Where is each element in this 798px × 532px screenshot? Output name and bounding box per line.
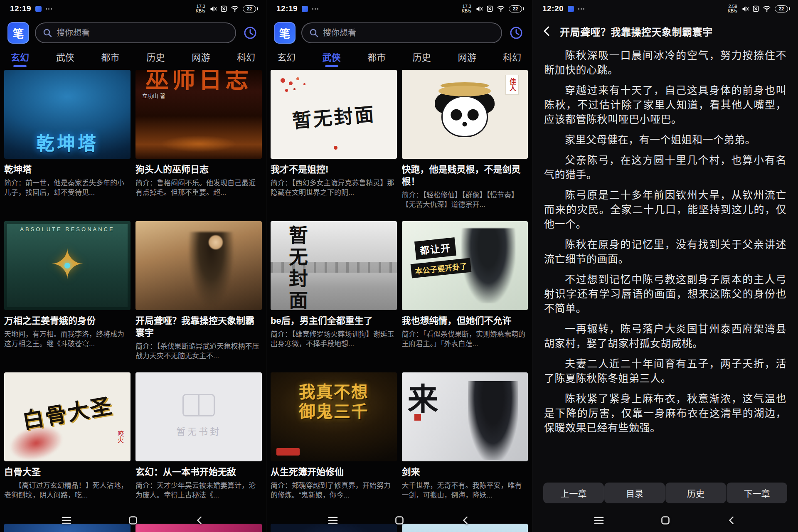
category-tab-label: 玄幻 [11, 50, 29, 63]
book-card[interactable]: ABSOLUTE RESONANCE 万相之王姜青娥的身份 天地间，有万相。而我… [4, 221, 131, 372]
active-tab-underline [370, 65, 383, 67]
book-card[interactable]: 佳人 快跑，他是贱灵根，不是剑灵根！ 简介：【轻松修仙】【群像】【慢节奏】【无苦… [402, 70, 528, 221]
book-intro: 简介：【西幻多女主诡异克苏鲁精灵】那隐藏在文明世界之下的阴... [271, 178, 397, 197]
book-intro: 简介：【杀伐果断诡异武道天象权柄不压战力天灾不无脑无女主不... [135, 342, 262, 361]
prev-chapter-button[interactable]: 上一章 [543, 483, 604, 503]
three-phone-screens: 12:19 17.3 KB/s 22 笔 [0, 0, 798, 532]
history-button[interactable] [508, 25, 525, 40]
history-button[interactable]: 历史 [665, 483, 726, 503]
book-cover: 巫师日志 立功山 著 [135, 70, 262, 159]
category-tab[interactable]: 武侠 [323, 50, 341, 67]
home-icon[interactable] [394, 515, 404, 527]
book-cover [135, 221, 262, 310]
category-tab[interactable]: 网游 [192, 50, 210, 67]
active-tab-underline [505, 65, 519, 67]
app-logo[interactable]: 笔 [274, 22, 296, 44]
category-tab-label: 武侠 [323, 50, 341, 63]
book-cover: 暂无书封 [135, 372, 262, 461]
reader-header: 开局聋哑？我靠操控天象制霸寰宇 [532, 17, 798, 45]
category-tab[interactable]: 玄幻 [11, 50, 29, 67]
clock-time: 12:19 [276, 4, 298, 13]
back-icon[interactable] [461, 516, 470, 527]
chapter-paragraph: 不过想到记忆中陈弓教这副身子原本的主人弓射识字还有学习唇语的画面，想来这陈父的身… [544, 272, 786, 316]
book-intro: 【高订过万玄幻精品！】死人沾地，老狗刨坟，阴人问路，吃... [4, 481, 131, 500]
app-header: 笔 [0, 17, 266, 47]
category-tab-label: 都市 [101, 50, 120, 63]
back-icon[interactable] [727, 516, 736, 527]
home-icon[interactable] [660, 515, 670, 527]
cover-subtext: 立功山 著 [142, 91, 165, 99]
book-title: 从生死簿开始修仙 [271, 466, 397, 478]
notification-app-icon [568, 6, 574, 12]
notification-app-icon [35, 6, 42, 12]
no-sim-icon [487, 5, 493, 12]
category-tab[interactable]: 武侠 [56, 50, 74, 67]
category-tabs: 玄幻 武侠 都市 历史 网游 科幻 [266, 47, 532, 67]
more-notifications-icon [312, 8, 313, 10]
category-tab[interactable]: 科幻 [503, 50, 521, 67]
search-input[interactable] [57, 28, 229, 38]
back-icon[interactable] [195, 516, 204, 527]
active-tab-underline [149, 65, 162, 67]
book-title: 我也想纯情，但她们不允许 [402, 315, 528, 327]
search-bar[interactable] [301, 22, 502, 43]
book-card[interactable]: 开局聋哑？我靠操控天象制霸寰宇 简介：【杀伐果断诡异武道天象权柄不压战力天灾不无… [135, 221, 262, 372]
history-button[interactable] [242, 25, 259, 40]
category-tab[interactable]: 网游 [458, 50, 476, 67]
chapter-paragraph: 家里父母健在，有一个姐姐和一个弟弟。 [544, 133, 786, 147]
status-bar: 12:19 17.3 KB/s 22 [266, 0, 532, 17]
toc-button[interactable]: 目录 [604, 483, 665, 503]
category-tab-label: 历史 [146, 50, 165, 63]
status-bar: 12:19 17.3 KB/s 22 [0, 0, 266, 17]
book-intro: 简介：【雄竞修罗场火葬场训狗】谢延玉出身寒微，不择手段地想... [271, 330, 397, 349]
book-card[interactable]: 巫师日志 立功山 著 狗头人的巫师日志 简介：鲁格闷闷不乐。他发现自己最近有点掉… [135, 70, 262, 221]
book-cover: 乾坤塔 [4, 70, 131, 159]
category-tab[interactable]: 科幻 [237, 50, 255, 67]
wifi-icon [763, 5, 771, 12]
book-card[interactable]: 暂无书封 玄幻：从一本书开始无敌 简介：天才少年吴云被未婚妻算计，沦为废人。幸得… [135, 372, 262, 524]
back-chevron-icon[interactable] [542, 26, 552, 37]
search-input[interactable] [323, 28, 495, 38]
category-tab[interactable]: 都市 [101, 50, 120, 67]
recents-menu-icon[interactable] [61, 516, 72, 527]
category-tab[interactable]: 都市 [367, 50, 386, 67]
app-logo[interactable]: 笔 [7, 22, 29, 44]
chapter-paragraph: 陈秋深吸一口晨间冰冷的空气，努力按捺住不断加快的心跳。 [544, 48, 786, 77]
clock-time: 12:19 [10, 4, 31, 13]
search-bar[interactable] [35, 22, 236, 43]
chapter-title: 开局聋哑？我靠操控天象制霸寰宇 [560, 24, 713, 39]
mute-icon [476, 6, 483, 12]
notification-app-icon [302, 6, 308, 12]
cover-subtext: 佳人 [505, 75, 519, 95]
book-intro: 简介：郑确穿越到了修真界，开始努力的修炼。“鬼新娘，你今... [271, 481, 397, 500]
category-tab-label: 玄幻 [277, 50, 296, 63]
book-intro: 简介：【轻松修仙】【群像】【慢节奏】【无苦大仇深】道德宗开... [402, 190, 528, 209]
network-speed: 17.3 KB/s [196, 4, 205, 13]
book-card[interactable]: 来 剑来 大千世界，无奇不有。我陈平安，唯有一剑，可搬山，倒海，降妖... [402, 372, 528, 524]
more-notifications-icon [578, 8, 579, 10]
home-icon[interactable] [128, 515, 138, 527]
mute-icon [742, 6, 749, 12]
category-tab[interactable]: 玄幻 [277, 50, 296, 67]
network-speed: 17.3 KB/s [462, 4, 471, 13]
cover-text: 我真不想御鬼三千 [296, 382, 372, 421]
chapter-paragraph: 陈弓原是二十多年前因钦州大旱，从钦州流亡而来的灾民。全家二十几口，能坚持到这儿的… [544, 188, 786, 232]
book-card[interactable]: 暂无封面 我才不是姐控! 简介：【西幻多女主诡异克苏鲁精灵】那隐藏在文明世界之下… [271, 70, 397, 221]
book-title: 我才不是姐控! [271, 163, 397, 175]
cover-text: ABSOLUTE RESONANCE [4, 226, 131, 232]
search-icon [42, 28, 52, 38]
book-card[interactable]: 我真不想御鬼三千 从生死簿开始修仙 简介：郑确穿越到了修真界，开始努力的修炼。“… [271, 372, 397, 524]
category-tab[interactable]: 历史 [413, 50, 431, 67]
category-tab[interactable]: 历史 [146, 50, 165, 67]
category-tab-label: 都市 [367, 50, 386, 63]
book-card[interactable]: 乾坤塔 乾坤塔 简介：前一世，他是秦家丢失多年的小儿子，找回后，却不受待见... [4, 70, 131, 221]
book-title: 开局聋哑？我靠操控天象制霸寰宇 [135, 315, 262, 339]
book-card[interactable]: 白骨大圣 咬火 白骨大圣 【高订过万玄幻精品！】死人沾地，老狗刨坟，阴人问路，吃… [4, 372, 131, 524]
recents-menu-icon[interactable] [594, 516, 604, 527]
book-card[interactable]: 都让开 本公子要开卦了 我也想纯情，但她们不允许 简介：「看似杀伐果断，实则娇憨… [402, 221, 528, 372]
next-chapter-button[interactable]: 下一章 [727, 483, 787, 503]
book-card[interactable]: 暂无封面 be后，男主们全都重生了 简介：【雄竞修罗场火葬场训狗】谢延玉出身寒微… [271, 221, 397, 372]
cover-text: 白骨大圣 [20, 388, 115, 435]
book-title: 狗头人的巫师日志 [135, 163, 262, 175]
recents-menu-icon[interactable] [328, 516, 338, 527]
